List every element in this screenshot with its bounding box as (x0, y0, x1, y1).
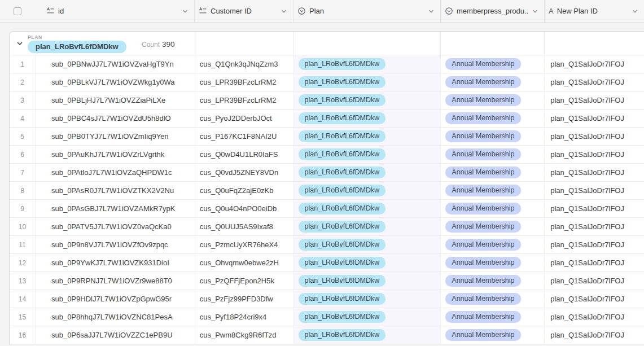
row-number-cell[interactable]: 5 (10, 128, 36, 145)
plan-cell[interactable]: plan_LRoBvfL6fDMDkw (294, 164, 441, 181)
id-cell[interactable]: sub_0PAuKhJ7L7W1iOVZrLVgrthk (36, 146, 195, 163)
customer-id-cell[interactable]: cus_Q0vdJ5ZNEY8VDn (195, 164, 294, 181)
id-cell[interactable]: sub_0PBNwJJ7L7W1iOVZvaHgT9Yn (36, 55, 195, 73)
chevron-down-icon[interactable] (281, 8, 287, 15)
id-cell[interactable]: sub_0PAsR0J7L7W1iOVZTKX2V2Nu (36, 182, 195, 199)
new-plan-id-cell[interactable]: plan_Q1SaIJoDr7lFOJ (545, 146, 644, 163)
new-plan-id-cell[interactable]: plan_Q1SaIJoDr7lFOJ (545, 182, 644, 199)
customer-id-cell[interactable]: cus_LPR39BFzcLrRM2 (195, 91, 294, 109)
row-number-cell[interactable]: 16 (10, 326, 36, 344)
plan-cell[interactable]: plan_LRoBvfL6fDMDkw (294, 146, 441, 163)
column-header-new-plan-id[interactable]: A New Plan ID (545, 0, 644, 22)
memberpress-product-cell[interactable]: Annual Membership (441, 290, 545, 308)
customer-id-cell[interactable]: cus_Q0uFqZ2ajE0zKb (195, 182, 294, 199)
new-plan-id-cell[interactable]: plan_Q1SaIJoDr7lFOJ (545, 308, 644, 326)
new-plan-id-cell[interactable]: plan_Q1SaIJoDr7lFOJ (545, 128, 644, 145)
row-number-cell[interactable]: 4 (10, 110, 36, 127)
memberpress-product-cell[interactable]: Annual Membership (441, 73, 545, 91)
plan-cell[interactable]: plan_LRoBvfL6fDMDkw (294, 290, 441, 308)
id-cell[interactable]: sub_0PAtloJ7L7W1iOVZaQHPDW1c (36, 164, 195, 181)
new-plan-id-cell[interactable]: plan_Q1SaIJoDr7lFOJ (545, 91, 644, 109)
id-cell[interactable]: sub_0PBC4sJ7L7W1iOVZdU5h8dlO (36, 110, 195, 127)
new-plan-id-cell[interactable]: plan_Q1SaIJoDr7lFOJ (545, 254, 644, 271)
customer-id-cell[interactable]: cus_PzFjz99PFD3Dfw (195, 290, 294, 308)
customer-id-cell[interactable]: cus_Pyf18P24cri9x4 (195, 308, 294, 326)
customer-id-cell[interactable]: cus_PzQFFjEpon2H5k (195, 272, 294, 290)
row-number-cell[interactable]: 12 (10, 254, 36, 271)
memberpress-product-cell[interactable]: Annual Membership (441, 218, 545, 235)
memberpress-product-cell[interactable]: Annual Membership (441, 308, 545, 326)
row-number-cell[interactable]: 13 (10, 272, 36, 290)
customer-id-cell[interactable]: cus_Q0UUJ5AS9Ixaf8 (195, 218, 294, 235)
memberpress-product-cell[interactable]: Annual Membership (441, 182, 545, 199)
row-number-cell[interactable]: 1 (10, 55, 36, 73)
new-plan-id-cell[interactable]: plan_Q1SaIJoDr7lFOJ (545, 326, 644, 344)
new-plan-id-cell[interactable]: plan_Q1SaIJoDr7lFOJ (545, 164, 644, 181)
memberpress-product-cell[interactable]: Annual Membership (441, 236, 545, 253)
chevron-down-icon[interactable] (182, 8, 189, 15)
select-all-checkbox[interactable] (14, 7, 21, 15)
memberpress-product-cell[interactable]: Annual Membership (441, 200, 545, 217)
plan-cell[interactable]: plan_LRoBvfL6fDMDkw (294, 254, 441, 271)
customer-id-cell[interactable]: cus_LPR39BFzcLrRM2 (195, 73, 294, 91)
collapse-group-chevron-icon[interactable] (16, 40, 24, 47)
chevron-down-icon[interactable] (532, 8, 538, 15)
memberpress-product-cell[interactable]: Annual Membership (441, 128, 545, 145)
id-cell[interactable]: sub_0P9HDlJ7L7W1iOVZpGpwG95r (36, 290, 195, 308)
column-header-customer-id[interactable]: Customer ID (195, 0, 293, 22)
plan-cell[interactable]: plan_LRoBvfL6fDMDkw (294, 308, 441, 326)
row-number-cell[interactable]: 7 (10, 164, 36, 181)
id-cell[interactable]: sub_0P9YwKJ7L7W1iOVZK931DioI (36, 254, 195, 271)
column-header-plan[interactable]: Plan (293, 0, 441, 22)
row-number-cell[interactable]: 14 (10, 290, 36, 308)
row-number-cell[interactable]: 6 (10, 146, 36, 163)
id-cell[interactable]: sub_0PBLjHJ7L7W1iOVZZiaPiLXe (36, 91, 195, 109)
customer-id-cell[interactable]: cus_Q0u4O4nPO0eiDb (195, 200, 294, 217)
chevron-down-icon[interactable] (632, 8, 638, 15)
memberpress-product-cell[interactable]: Annual Membership (441, 272, 545, 290)
new-plan-id-cell[interactable]: plan_Q1SaIJoDr7lFOJ (545, 110, 644, 127)
customer-id-cell[interactable]: cus_Ohvqmw0ebwe2zH (195, 254, 294, 271)
new-plan-id-cell[interactable]: plan_Q1SaIJoDr7lFOJ (545, 236, 644, 253)
row-number-cell[interactable]: 15 (10, 308, 36, 326)
plan-cell[interactable]: plan_LRoBvfL6fDMDkw (294, 326, 441, 344)
new-plan-id-cell[interactable]: plan_Q1SaIJoDr7lFOJ (545, 55, 644, 73)
row-number-cell[interactable]: 11 (10, 236, 36, 253)
id-cell[interactable]: sub_0PB0TYJ7L7W1iOVZmIiq9Yen (36, 128, 195, 145)
new-plan-id-cell[interactable]: plan_Q1SaIJoDr7lFOJ (545, 218, 644, 235)
id-cell[interactable]: sub_0P6saJJ7L7W1iOVZZC1ePB9U (36, 326, 195, 344)
memberpress-product-cell[interactable]: Annual Membership (441, 110, 545, 127)
customer-id-cell[interactable]: cus_PyoJ2DDerbJOct (195, 110, 294, 127)
new-plan-id-cell[interactable]: plan_Q1SaIJoDr7lFOJ (545, 290, 644, 308)
plan-cell[interactable]: plan_LRoBvfL6fDMDkw (294, 128, 441, 145)
customer-id-cell[interactable]: cus_PzmcUyXR76heX4 (195, 236, 294, 253)
select-all-checkbox-cell[interactable] (0, 0, 35, 22)
id-cell[interactable]: sub_0P9n8VJ7L7W1iOVZfOv9zpqc (36, 236, 195, 253)
memberpress-product-cell[interactable]: Annual Membership (441, 326, 545, 344)
memberpress-product-cell[interactable]: Annual Membership (441, 164, 545, 181)
id-cell[interactable]: sub_0PAsGBJ7L7W1iOVZAMkR7ypK (36, 200, 195, 217)
id-cell[interactable]: sub_0PBLkVJ7L7W1iOVZWkg1y0Wa (36, 73, 195, 91)
customer-id-cell[interactable]: cus_Q0wD4U1LR0IaFS (195, 146, 294, 163)
row-number-cell[interactable]: 9 (10, 200, 36, 217)
row-number-cell[interactable]: 8 (10, 182, 36, 199)
plan-cell[interactable]: plan_LRoBvfL6fDMDkw (294, 200, 441, 217)
column-header-id[interactable]: id (35, 0, 195, 22)
id-cell[interactable]: sub_0PATV5J7L7W1iOVZ0vaQcKa0 (36, 218, 195, 235)
id-cell[interactable]: sub_0P8hhqJ7L7W1iOVZNC81PesA (36, 308, 195, 326)
plan-cell[interactable]: plan_LRoBvfL6fDMDkw (294, 110, 441, 127)
column-header-memberpress-product[interactable]: memberpress_produ... (441, 0, 545, 22)
plan-cell[interactable]: plan_LRoBvfL6fDMDkw (294, 272, 441, 290)
row-number-cell[interactable]: 10 (10, 218, 36, 235)
memberpress-product-cell[interactable]: Annual Membership (441, 55, 545, 73)
plan-cell[interactable]: plan_LRoBvfL6fDMDkw (294, 55, 441, 73)
memberpress-product-cell[interactable]: Annual Membership (441, 146, 545, 163)
plan-cell[interactable]: plan_LRoBvfL6fDMDkw (294, 236, 441, 253)
memberpress-product-cell[interactable]: Annual Membership (441, 91, 545, 109)
id-cell[interactable]: sub_0P9RPNJ7L7W1iOVZr9we88T0 (36, 272, 195, 290)
plan-cell[interactable]: plan_LRoBvfL6fDMDkw (294, 91, 441, 109)
new-plan-id-cell[interactable]: plan_Q1SaIJoDr7lFOJ (545, 73, 644, 91)
customer-id-cell[interactable]: cus_Pwm8Ckg9R6fTzd (195, 326, 294, 344)
customer-id-cell[interactable]: cus_P167KC1F8NAI2U (195, 128, 294, 145)
chevron-down-icon[interactable] (428, 8, 435, 15)
